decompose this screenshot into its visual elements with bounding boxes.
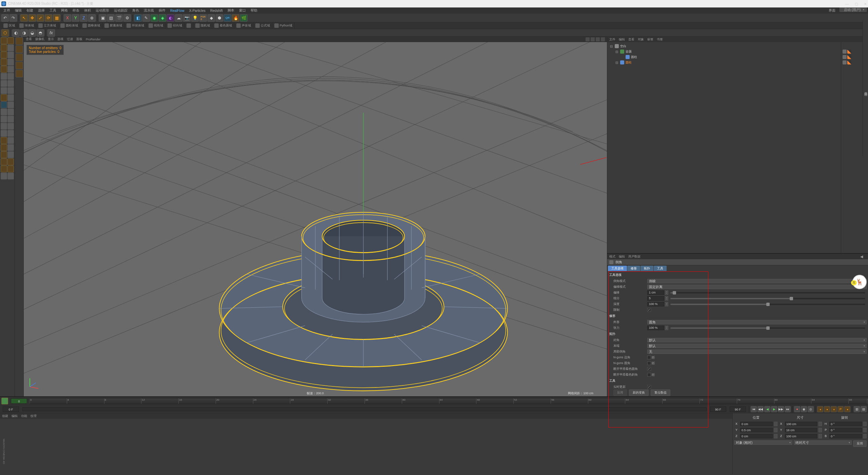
pen-icon[interactable]: ✎: [142, 14, 150, 22]
menu-流水线[interactable]: 流水线: [142, 7, 156, 14]
menu-插件[interactable]: 插件: [157, 7, 167, 14]
palette-线性域[interactable]: 线性域: [146, 22, 165, 29]
menu-工具[interactable]: 工具: [47, 7, 58, 14]
matmenu-功能[interactable]: 功能: [21, 414, 27, 418]
timeline-start-icon[interactable]: [1, 398, 8, 404]
vmenu-摄像机[interactable]: 摄像机: [35, 37, 44, 41]
left-tool-0[interactable]: [1, 37, 7, 44]
palette-球体域[interactable]: 球体域: [17, 22, 36, 29]
psr-icon[interactable]: PSR0: [199, 14, 207, 22]
tab-修形[interactable]: 修形: [627, 266, 640, 271]
left-tool-29[interactable]: [7, 137, 14, 144]
coord-size-select[interactable]: 绝对尺寸: [794, 440, 852, 445]
render-pv-icon[interactable]: 🎬: [115, 14, 123, 22]
objmenu-标签[interactable]: 标签: [647, 37, 653, 42]
menu-帮助[interactable]: 帮助: [249, 7, 259, 14]
left-tool-28[interactable]: [1, 137, 7, 144]
vmenu-选项[interactable]: 选项: [57, 37, 63, 41]
obj-row-3[interactable]: ⊟圆柱: [609, 60, 840, 65]
vp-tool2-icon[interactable]: [16, 62, 23, 69]
goto-end-icon[interactable]: ⏭: [785, 406, 791, 412]
frame-start[interactable]: 0 F: [3, 406, 19, 412]
maximize-button[interactable]: ▢: [855, 2, 858, 6]
objmenu-文件[interactable]: 文件: [609, 37, 615, 42]
minimize-button[interactable]: —: [845, 2, 849, 6]
attr-back-icon[interactable]: ◀: [860, 254, 863, 259]
menu-创建[interactable]: 创建: [24, 7, 35, 14]
plugin1-icon[interactable]: 🔥: [232, 14, 239, 22]
camera-icon[interactable]: 📷: [183, 14, 191, 22]
frame-end2[interactable]: 90 F: [730, 406, 746, 412]
close-button[interactable]: ✕: [864, 2, 867, 6]
timeline-cur[interactable]: 0: [11, 398, 27, 404]
prev-key-icon[interactable]: ◀◀: [757, 406, 764, 412]
left-tool-35[interactable]: [7, 158, 14, 165]
axis-z-icon[interactable]: Z: [80, 14, 87, 22]
axis-gizmo[interactable]: [26, 377, 40, 390]
left-tool-33[interactable]: [7, 151, 14, 158]
objmenu-编辑[interactable]: 编辑: [619, 37, 625, 42]
check-实时更新[interactable]: ✓: [647, 385, 651, 389]
mat-icon[interactable]: ◐: [12, 29, 20, 37]
generator-icon[interactable]: ◈: [159, 14, 166, 22]
timeline-ruler[interactable]: 0 04812162024283236404448525660646872768…: [0, 397, 868, 405]
move-icon[interactable]: ✥: [28, 14, 36, 22]
obj-row-1[interactable]: ⊟容器: [609, 49, 840, 54]
timeline-scrub[interactable]: [22, 407, 707, 411]
k5-icon[interactable]: ⬥: [844, 406, 850, 412]
attrmenu-模式[interactable]: 模式: [609, 254, 615, 259]
select-倒角模式[interactable]: 倒棱: [647, 279, 867, 283]
objmenu-查看[interactable]: 查看: [628, 37, 634, 42]
obj-row-0[interactable]: ⊟空白: [609, 43, 840, 49]
layout-select[interactable]: 启动 (用户): [840, 7, 867, 12]
vp-tool1-icon[interactable]: [16, 54, 23, 61]
left-tool-9[interactable]: [7, 66, 14, 73]
menu-编辑[interactable]: 编辑: [13, 7, 24, 14]
objmenu-对象[interactable]: 对象: [638, 37, 644, 42]
recent-icon[interactable]: ▦: [53, 14, 60, 22]
slider-深度[interactable]: [670, 304, 865, 305]
tab-拓扑[interactable]: 拓扑: [640, 266, 653, 271]
ruler[interactable]: 0481216202428323640444852566064687276808…: [29, 398, 867, 404]
play-back-icon[interactable]: ◀: [764, 406, 770, 412]
redo-icon[interactable]: ↷: [9, 14, 17, 22]
tl-v2-icon[interactable]: ▤: [861, 406, 867, 412]
objmenu-书签[interactable]: 书签: [657, 37, 663, 42]
render-icon[interactable]: ▣: [99, 14, 106, 22]
left-tool-31[interactable]: [7, 144, 14, 151]
left-tool-16[interactable]: [1, 94, 7, 101]
left-tool-21[interactable]: [7, 109, 14, 115]
vmenu-显示[interactable]: 显示: [48, 37, 54, 41]
left-tool-14[interactable]: [1, 87, 7, 94]
palette-环状体域[interactable]: 环状体域: [124, 22, 146, 29]
input-细分[interactable]: 5: [647, 296, 664, 301]
rotate-icon[interactable]: ⟳: [45, 14, 52, 22]
matmenu-纹理[interactable]: 纹理: [31, 414, 37, 418]
keyopt-icon[interactable]: ◎: [808, 406, 814, 412]
vp-nav4-icon[interactable]: [601, 37, 605, 41]
select-icon[interactable]: ↖: [20, 14, 28, 22]
select-封角[interactable]: 默认: [647, 338, 867, 342]
axis-y-icon[interactable]: Y: [72, 14, 79, 22]
render-settings-icon[interactable]: ⚙: [123, 14, 131, 22]
select-末端[interactable]: 默认: [647, 344, 867, 348]
k2-icon[interactable]: ⬥: [824, 406, 830, 412]
palette-区域[interactable]: 区域: [1, 22, 17, 29]
viewport-3d[interactable]: Number of emitters: 0 Total live particl…: [24, 42, 607, 396]
left-tool-12[interactable]: [1, 80, 7, 87]
render-region-icon[interactable]: ▤: [107, 14, 115, 22]
undo-icon[interactable]: ↶: [1, 14, 9, 22]
qr-icon[interactable]: QR: [224, 14, 231, 22]
menu-体积[interactable]: 体积: [82, 7, 93, 14]
left-tool-13[interactable]: [7, 80, 14, 87]
palette-[interactable]: [184, 22, 193, 29]
k3-icon[interactable]: ⬥: [831, 406, 837, 412]
vp-nav1-icon[interactable]: [586, 37, 590, 41]
mat2-icon[interactable]: ◑: [20, 29, 28, 37]
environment-icon[interactable]: ☁: [175, 14, 182, 22]
vp-nav3-icon[interactable]: [596, 37, 600, 41]
check-断开平滑着色圆角[interactable]: ✓: [647, 367, 651, 371]
palette-立方体域[interactable]: 立方体域: [36, 22, 58, 29]
left-tool-7[interactable]: [7, 59, 14, 65]
menu-Redshift[interactable]: Redshift: [208, 8, 225, 13]
